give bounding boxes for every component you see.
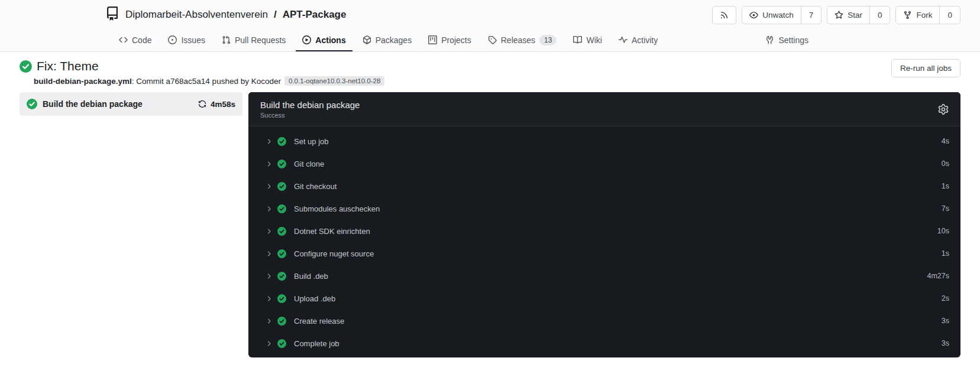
chevron-right-icon (265, 317, 273, 325)
tag-icon (488, 35, 497, 44)
step-duration: 7s (942, 204, 949, 213)
step-name: Git checkout (294, 182, 337, 191)
watch-count[interactable]: 7 (801, 6, 821, 24)
tab-actions[interactable]: Actions (296, 30, 352, 51)
chevron-right-icon (265, 272, 273, 280)
chevron-right-icon (265, 340, 273, 347)
step-success-icon (277, 294, 286, 303)
issue-icon (168, 35, 177, 44)
job-item-selected[interactable]: Build the debian package 4m58s (20, 92, 242, 116)
chevron-right-icon (265, 295, 273, 303)
project-icon (428, 35, 437, 44)
tab-releases-label: Releases (501, 35, 535, 45)
step-duration: 1s (942, 249, 949, 258)
fork-count[interactable]: 0 (939, 6, 960, 24)
log-panel-title: Build the debian package (260, 100, 360, 110)
repo-owner-link[interactable]: Diplomarbeit-Absolventenverein (125, 9, 268, 21)
step-row[interactable]: Set up job 4s (248, 130, 960, 152)
step-row[interactable]: Dotnet SDK einrichten 10s (248, 220, 960, 242)
step-row[interactable]: Build .deb 4m27s (248, 265, 960, 287)
tab-wiki[interactable]: Wiki (567, 30, 608, 51)
workflow-file-link[interactable]: build-debian-package.yml (34, 77, 132, 86)
run-success-icon (20, 60, 32, 73)
code-icon (119, 35, 128, 44)
step-duration: 0s (942, 160, 949, 168)
step-name: Submodules auschecken (294, 204, 380, 213)
jobs-sidebar: Build the debian package 4m58s (20, 92, 242, 116)
step-success-icon (277, 227, 286, 236)
tab-packages-label: Packages (376, 35, 412, 45)
star-label: Star (848, 11, 862, 19)
releases-count-badge: 13 (539, 35, 557, 45)
tab-activity[interactable]: Activity (612, 30, 664, 51)
eye-icon (749, 11, 758, 19)
tab-issues-label: Issues (181, 35, 205, 45)
repo-nav: Code Issues Pull Requests Actions Packag… (0, 30, 980, 52)
star-count[interactable]: 0 (869, 6, 890, 24)
step-success-icon (277, 160, 286, 168)
tab-releases[interactable]: Releases 13 (481, 30, 564, 51)
sync-icon[interactable] (198, 100, 206, 108)
unwatch-label: Unwatch (762, 11, 794, 19)
run-content: Build the debian package 4m58s Build the… (0, 86, 980, 357)
chevron-right-icon (265, 250, 273, 258)
chevron-right-icon (265, 205, 273, 213)
unwatch-button[interactable]: Unwatch 7 (742, 6, 821, 24)
pull-request-icon (222, 35, 231, 44)
tab-code[interactable]: Code (112, 30, 158, 51)
log-settings-gear-icon[interactable] (938, 104, 949, 115)
step-row[interactable]: Submodules auschecken 7s (248, 197, 960, 220)
fork-button[interactable]: Fork 0 (895, 6, 960, 24)
play-circle-icon (302, 35, 311, 44)
step-row[interactable]: Upload .deb 2s (248, 287, 960, 310)
chevron-right-icon (265, 227, 273, 235)
ref-badge[interactable]: 0.0.1-oqtane10.0.3-net10.0-28 (284, 76, 384, 86)
commit-text: : Commit a768ac5a14 pushed by Kocoder (132, 77, 281, 86)
tab-activity-label: Activity (632, 35, 658, 45)
step-row[interactable]: Create release 3s (248, 310, 960, 332)
step-duration: 3s (942, 339, 949, 347)
step-duration: 10s (937, 227, 949, 235)
step-row[interactable]: Git clone 0s (248, 152, 960, 175)
chevron-right-icon (265, 138, 273, 145)
step-success-icon (277, 137, 286, 146)
step-row[interactable]: Git checkout 1s (248, 175, 960, 197)
step-row[interactable]: Complete job 3s (248, 332, 960, 355)
tab-settings-label: Settings (778, 35, 808, 45)
step-row[interactable]: Configure nuget source 1s (248, 242, 960, 265)
chevron-right-icon (265, 183, 273, 190)
fork-label: Fork (916, 11, 932, 19)
star-icon (835, 11, 843, 19)
step-name: Configure nuget source (294, 249, 374, 258)
tab-projects-label: Projects (441, 35, 471, 45)
step-success-icon (277, 204, 286, 213)
step-name: Create release (294, 317, 344, 326)
tab-actions-label: Actions (315, 35, 345, 45)
tab-issues[interactable]: Issues (161, 30, 211, 51)
tools-icon (765, 35, 774, 44)
rss-button[interactable] (712, 6, 736, 24)
rss-icon (720, 11, 729, 19)
chevron-right-icon (265, 160, 273, 168)
step-name: Git clone (294, 160, 324, 168)
log-panel-header: Build the debian package Success (248, 92, 960, 126)
book-icon (573, 35, 582, 44)
step-name: Build .deb (294, 272, 328, 281)
step-name: Complete job (294, 339, 339, 348)
repo-name-link[interactable]: APT-Package (283, 9, 347, 21)
job-log-panel: Build the debian package Success Set up … (248, 92, 960, 357)
step-success-icon (277, 182, 286, 191)
fork-icon (903, 11, 912, 19)
step-duration: 3s (942, 317, 949, 325)
tab-packages[interactable]: Packages (356, 30, 418, 51)
step-success-icon (277, 317, 286, 326)
rerun-all-jobs-button[interactable]: Re-run all jobs (891, 59, 960, 77)
step-name: Upload .deb (294, 294, 335, 303)
tab-projects[interactable]: Projects (422, 30, 478, 51)
repo-action-buttons: Unwatch 7 Star 0 Fork 0 (712, 6, 960, 24)
star-button[interactable]: Star 0 (827, 6, 890, 24)
job-duration: 4m58s (211, 100, 235, 109)
tab-pull-requests[interactable]: Pull Requests (215, 30, 292, 51)
repo-icon (105, 6, 119, 24)
tab-settings[interactable]: Settings (759, 30, 815, 51)
